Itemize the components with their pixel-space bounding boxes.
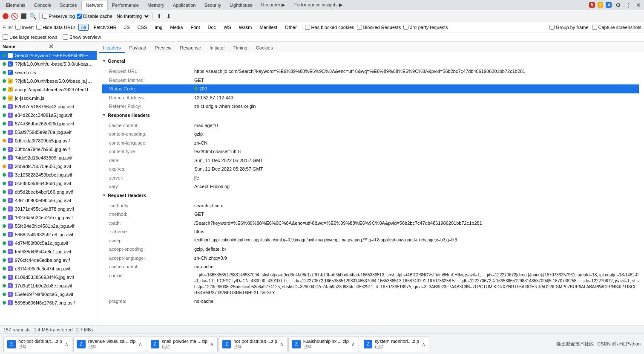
network-item-18[interactable]: I 4361db800ef9bcd6.jpg.avif	[0, 196, 97, 205]
blocked-cookies-label[interactable]: Has blocked cookies	[305, 25, 354, 30]
network-item-2[interactable]: C ??jdf/1.0.0/unit/ui-base/5.0.0/ui-base…	[0, 60, 97, 68]
tab-response[interactable]: Response	[175, 44, 205, 53]
network-item-26[interactable]: I e37f4c06c9c3c474.jpg.avif	[0, 264, 97, 273]
tab-initiator[interactable]: Initiator	[205, 44, 229, 53]
filter-css-btn[interactable]: CSS	[135, 24, 150, 31]
tab-application[interactable]: Application	[169, 0, 200, 10]
tab-payload[interactable]: Payload	[125, 44, 151, 53]
tab-elements[interactable]: Elements	[2, 0, 30, 10]
tab-network[interactable]: Network	[81, 0, 108, 10]
download-arrow-5[interactable]: ∧	[351, 341, 355, 347]
tab-timing[interactable]: Timing	[229, 44, 252, 53]
download-item-6[interactable]: Z system-monitori....zip 已除 ∧	[360, 336, 429, 352]
network-item-5[interactable]: J aria.js?appid=bfeaebea192374ec1f22045.…	[0, 85, 97, 94]
download-item-5[interactable]: Z kuaishoushipinxi....zip 已除 ∧	[288, 336, 359, 352]
network-item-23[interactable]: I 4d7f4f80f80c5a1c.jpg.avif	[0, 239, 97, 247]
network-item-24[interactable]: I fdd638d46944e8c1.jpg.avif	[0, 247, 97, 256]
download-arrow-6[interactable]: ∧	[422, 341, 426, 347]
filter-media-btn[interactable]: Media	[167, 24, 185, 31]
tab-lighthouse[interactable]: Lighthouse	[225, 0, 257, 10]
group-by-frame-label[interactable]: Group by frame	[549, 25, 588, 30]
disable-cache-label[interactable]: Disable cache	[77, 14, 112, 19]
filter-toggle-btn[interactable]: ⬛	[20, 12, 27, 20]
filter-font-btn[interactable]: Font	[188, 24, 202, 31]
invert-checkbox[interactable]	[15, 25, 20, 30]
download-item-4[interactable]: Z hot-pot-distribut....zip 已除 ∧	[218, 336, 288, 352]
tab-security[interactable]: Security	[200, 0, 225, 10]
download-arrow-1[interactable]: ∧	[65, 341, 69, 347]
network-item-3[interactable]: C search.cls	[0, 68, 97, 77]
request-headers-section-header[interactable]: Request Headers	[102, 191, 639, 200]
network-item-4[interactable]: J ??jdf/1.0.0/unit/base/5.0.0/base.js,jd…	[0, 77, 97, 85]
close-devtools-btn[interactable]: ✕	[635, 1, 642, 9]
network-item-10[interactable]: I 55af9759d5e9d78a.jpg.avif	[0, 128, 97, 136]
close-detail-btn[interactable]: ✕	[49, 43, 95, 50]
network-item-19[interactable]: I 39171d455c14a878.png.avif	[0, 205, 97, 213]
network-item-22[interactable]: I 5668f2afN632b91c6.jpg.avif	[0, 230, 97, 239]
settings-btn[interactable]: ⚙	[614, 1, 622, 9]
network-item-1[interactable]: H Search?keyword=%E6%89%88%E6%9C%8...	[0, 51, 97, 60]
tab-memory[interactable]: Memory	[143, 0, 169, 10]
third-party-checkbox[interactable]	[403, 25, 408, 30]
blocked-cookies-checkbox[interactable]	[305, 25, 310, 30]
network-item-20[interactable]: I 162d6a5b24eb2ab7.jpg.avif	[0, 213, 97, 222]
network-item-9[interactable]: I 574d36dbn262ef26d.jpg.avif	[0, 119, 97, 128]
blocked-requests-label[interactable]: Blocked Requests	[357, 25, 401, 30]
filter-img-btn[interactable]: Img	[152, 24, 165, 31]
download-arrow-4[interactable]: ∧	[280, 341, 284, 347]
export-btn[interactable]: ⬇	[165, 12, 172, 20]
more-btn[interactable]: ⋮	[624, 1, 632, 9]
import-btn[interactable]: ⬆	[155, 12, 163, 20]
clear-btn[interactable]: 🚫	[10, 12, 18, 20]
download-item-1[interactable]: Z hot-pot-distribut....zip 已除 ∧	[3, 336, 72, 352]
disable-cache-checkbox[interactable]	[77, 14, 82, 19]
network-item-11[interactable]: I 0dfceda9f7809bb5.jpg.avif	[0, 136, 97, 145]
capture-screenshots-label[interactable]: Capture screenshots	[592, 25, 642, 30]
large-rows-checkbox[interactable]	[3, 34, 8, 40]
large-rows-option[interactable]: Use large request rows	[3, 34, 58, 40]
filter-ws-btn[interactable]: WS	[221, 24, 234, 31]
hide-data-urls-checkbox[interactable]	[36, 25, 41, 30]
network-item-21[interactable]: I 56fc94e0Nc4581b2a.jpg.avif	[0, 222, 97, 230]
blocked-requests-checkbox[interactable]	[357, 25, 362, 30]
filter-manifest-btn[interactable]: Manifest	[257, 24, 280, 31]
tab-performance[interactable]: Performance	[108, 0, 143, 10]
network-item-28[interactable]: I 17d9a91bb0c2cb8e.jpg.avif	[0, 281, 97, 290]
network-item-16[interactable]: I 0c685f39d86436dd.jpg.avif	[0, 179, 97, 188]
network-item-7[interactable]: I 62b97e5188766c42.png.avif	[0, 102, 97, 111]
filter-fetch-btn[interactable]: Fetch/XHR	[91, 24, 119, 31]
record-btn[interactable]	[3, 13, 9, 19]
network-item-30[interactable]: I 5698b806N6c276b7.png.avif	[0, 299, 97, 307]
network-item-13[interactable]: I 74dc92d16e483509.jpg.avif	[0, 154, 97, 162]
network-item-17[interactable]: I db5d2beeb4bef166.png.avif	[0, 188, 97, 196]
tab-sources[interactable]: Sources	[55, 0, 81, 10]
network-item-6[interactable]: J jd-jssdk.min.js	[0, 94, 97, 102]
filter-doc-btn[interactable]: Doc	[205, 24, 218, 31]
hide-data-urls-label[interactable]: Hide data URLs	[36, 25, 76, 30]
filter-all-btn[interactable]: All	[78, 24, 89, 31]
tab-console[interactable]: Console	[30, 0, 55, 10]
download-item-3[interactable]: Z snail-powder-ma....zip 已除 ∧	[147, 336, 218, 352]
tab-perf-insights[interactable]: Performance insights ▶	[289, 0, 346, 10]
tab-preview[interactable]: Preview	[150, 44, 175, 53]
filter-js-btn[interactable]: JS	[122, 24, 132, 31]
third-party-label[interactable]: 3rd-party requests	[403, 25, 448, 30]
tab-headers[interactable]: Headers	[99, 44, 125, 53]
download-item-2[interactable]: Z revenue-visualiza....zip 已除 ∧	[73, 336, 146, 352]
tab-recorder[interactable]: Recorder ▶	[257, 0, 289, 10]
network-item-25[interactable]: I 976cfc44de6edbe.png.avif	[0, 256, 97, 264]
tab-cookies[interactable]: Cookies	[252, 44, 277, 53]
search-btn[interactable]: 🔍	[29, 12, 37, 20]
download-arrow-3[interactable]: ∧	[210, 341, 214, 347]
network-item-29[interactable]: I 55efe697Naf90dce5.jpg.avif	[0, 290, 97, 299]
show-overview-checkbox[interactable]	[63, 34, 68, 40]
network-item-27[interactable]: I 8109d533856934f46.jpg.avif	[0, 273, 97, 281]
filter-wasm-btn[interactable]: Wasm	[236, 24, 255, 31]
general-section-header[interactable]: General	[102, 57, 639, 65]
network-item-14[interactable]: I 2b5adfc75075a606.jpg.avif	[0, 162, 97, 171]
capture-screenshots-checkbox[interactable]	[592, 25, 597, 30]
throttle-select[interactable]: No throttling	[114, 13, 150, 20]
filter-other-btn[interactable]: Other	[282, 24, 299, 31]
network-item-8[interactable]: I e84d202cc34091a5.jpg.avif	[0, 111, 97, 119]
group-by-frame-checkbox[interactable]	[549, 25, 555, 30]
